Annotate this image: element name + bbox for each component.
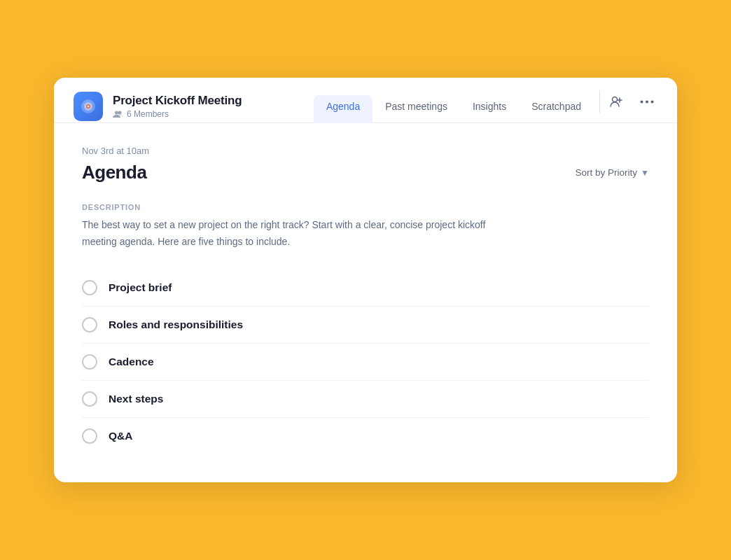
add-member-button[interactable] (606, 91, 627, 112)
tab-agenda[interactable]: Agenda (314, 95, 373, 123)
sort-label: Sort by Priority (576, 167, 638, 178)
main-window: Project Kickoff Meeting 6 Members Agenda (54, 78, 677, 482)
members-label: 6 Members (127, 109, 169, 119)
header: Project Kickoff Meeting 6 Members Agenda (54, 78, 677, 123)
members-icon (113, 109, 123, 120)
agenda-item-4: Q&A (82, 418, 649, 454)
item-label-3: Next steps (109, 393, 163, 405)
svg-point-6 (613, 97, 618, 102)
item-label-2: Cadence (109, 356, 154, 368)
svg-point-9 (641, 100, 643, 103)
meeting-title: Project Kickoff Meeting (113, 94, 242, 108)
checkbox-0[interactable] (82, 280, 97, 295)
sort-control[interactable]: Sort by Priority ▼ (576, 167, 649, 178)
header-nav: Agenda Past meetings Insights Scratchpad (314, 90, 606, 122)
checkbox-1[interactable] (82, 317, 97, 332)
sort-arrow-icon: ▼ (641, 168, 649, 178)
svg-point-4 (115, 111, 118, 114)
svg-point-10 (646, 100, 648, 103)
checkbox-3[interactable] (82, 391, 97, 407)
agenda-item-2: Cadence (82, 344, 649, 381)
more-options-button[interactable] (636, 91, 657, 112)
nav-divider (599, 90, 600, 113)
item-label-0: Project brief (109, 281, 172, 294)
header-actions (606, 91, 657, 122)
tab-insights[interactable]: Insights (460, 95, 519, 123)
header-title-block: Project Kickoff Meeting 6 Members (113, 94, 242, 120)
date-label: Nov 3rd at 10am (82, 146, 649, 156)
content-area: Nov 3rd at 10am Agenda Sort by Priority … (54, 123, 677, 482)
agenda-title: Agenda (82, 162, 146, 183)
description-label: DESCRIPTION (82, 203, 649, 211)
svg-point-3 (88, 106, 89, 107)
description-section: DESCRIPTION The best way to set a new pr… (82, 203, 649, 249)
checkbox-2[interactable] (82, 354, 97, 370)
item-label-1: Roles and responsibilities (109, 318, 243, 331)
tab-past-meetings[interactable]: Past meetings (373, 95, 460, 123)
members-row: 6 Members (113, 109, 242, 120)
svg-point-5 (118, 111, 122, 114)
tab-scratchpad[interactable]: Scratchpad (519, 95, 594, 123)
item-label-4: Q&A (109, 430, 132, 442)
agenda-item-0: Project brief (82, 270, 649, 307)
agenda-header-row: Agenda Sort by Priority ▼ (82, 162, 649, 183)
agenda-item-1: Roles and responsibilities (82, 307, 649, 344)
svg-point-11 (651, 100, 654, 103)
agenda-item-3: Next steps (82, 381, 649, 418)
app-icon (74, 92, 103, 121)
checkbox-4[interactable] (82, 428, 97, 444)
header-left: Project Kickoff Meeting 6 Members (74, 92, 314, 121)
agenda-items-list: Project brief Roles and responsibilities… (82, 270, 649, 454)
description-text: The best way to set a new project on the… (82, 217, 502, 249)
